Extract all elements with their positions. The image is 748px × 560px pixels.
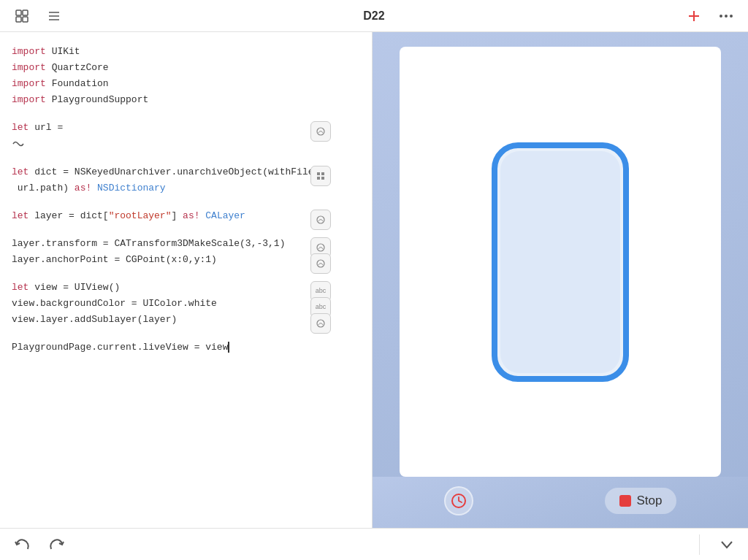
bgcolor-line: view.backgroundColor = UIColor.white abc bbox=[12, 296, 331, 312]
phone-illustration bbox=[487, 138, 633, 386]
transform-line: layer.transform = CATransform3DMakeScale… bbox=[12, 236, 331, 252]
svg-rect-2 bbox=[16, 17, 21, 22]
result-badge-url[interactable] bbox=[310, 121, 331, 142]
bottom-toolbar bbox=[0, 528, 748, 560]
svg-rect-23 bbox=[500, 151, 620, 373]
timer-icon bbox=[451, 493, 467, 509]
liveview-line: PlaygroundPage.current.liveView = view bbox=[12, 340, 360, 356]
result-badge-anchor[interactable] bbox=[310, 253, 331, 274]
import-foundation: import Foundation bbox=[12, 76, 360, 92]
phone-preview-area bbox=[400, 47, 721, 477]
more-icon bbox=[719, 13, 733, 19]
undo-redo-group bbox=[12, 537, 67, 553]
dict-line-2: url.path) as! NSDictionary bbox=[12, 180, 331, 196]
svg-point-10 bbox=[725, 15, 728, 18]
preview-bottom-bar: Stop bbox=[373, 477, 748, 528]
url-section: let url = bbox=[12, 120, 360, 152]
view-section: let view = UIView() abc view.backgroundC… bbox=[12, 280, 360, 328]
add-button[interactable] bbox=[684, 7, 704, 25]
code-editor[interactable]: import UIKit import QuartzCore import Fo… bbox=[0, 32, 373, 528]
svg-rect-3 bbox=[23, 17, 28, 22]
svg-rect-0 bbox=[16, 10, 21, 15]
layer-line: let layer = dict["rootLayer"] as! CALaye… bbox=[12, 208, 331, 224]
chevron-down-icon bbox=[720, 540, 733, 549]
svg-rect-13 bbox=[317, 172, 320, 175]
list-icon bbox=[47, 9, 61, 23]
view-line: let view = UIView() abc bbox=[12, 280, 331, 296]
toolbar: D22 bbox=[0, 0, 748, 32]
toolbar-divider bbox=[699, 534, 700, 555]
svg-point-9 bbox=[720, 15, 722, 18]
undo-button[interactable] bbox=[12, 537, 34, 553]
toolbar-left bbox=[12, 7, 64, 25]
timer-button[interactable] bbox=[444, 486, 473, 515]
preview-pane: Stop bbox=[373, 32, 748, 528]
svg-rect-1 bbox=[23, 10, 28, 15]
url-line: let url = bbox=[12, 120, 331, 152]
more-button[interactable] bbox=[716, 12, 736, 20]
svg-point-11 bbox=[730, 15, 733, 18]
main-area: import UIKit import QuartzCore import Fo… bbox=[0, 32, 748, 528]
grid-icon bbox=[15, 9, 29, 23]
stop-label: Stop bbox=[637, 494, 663, 508]
import-quartzcore: import QuartzCore bbox=[12, 60, 360, 76]
import-playground: import PlaygroundSupport bbox=[12, 92, 360, 108]
redo-button[interactable] bbox=[45, 537, 67, 553]
list-view-button[interactable] bbox=[44, 7, 64, 25]
undo-icon bbox=[15, 538, 31, 551]
page-title: D22 bbox=[363, 9, 384, 23]
grid-view-button[interactable] bbox=[12, 7, 32, 25]
sublayer-line: view.layer.addSublayer(layer) bbox=[12, 312, 331, 328]
code-content: import UIKit import QuartzCore import Fo… bbox=[0, 44, 372, 356]
result-badge-sublayer[interactable] bbox=[310, 313, 331, 334]
chevron-down-button[interactable] bbox=[717, 539, 736, 551]
result-badge-layer[interactable] bbox=[310, 210, 331, 230]
stop-button[interactable]: Stop bbox=[605, 488, 677, 514]
dict-section: let dict = NSKeyedUnarchiver.unarchiveOb… bbox=[12, 164, 360, 196]
svg-rect-15 bbox=[317, 177, 320, 180]
import-uikit: import UIKit bbox=[12, 44, 360, 60]
stop-icon bbox=[619, 495, 631, 507]
svg-rect-14 bbox=[321, 172, 324, 175]
transform-section: layer.transform = CATransform3DMakeScale… bbox=[12, 236, 360, 268]
svg-rect-16 bbox=[321, 177, 324, 180]
redo-icon bbox=[48, 538, 64, 551]
liveview-section: PlaygroundPage.current.liveView = view bbox=[12, 340, 360, 356]
toolbar-right bbox=[684, 7, 736, 25]
imports-section: import UIKit import QuartzCore import Fo… bbox=[12, 44, 360, 108]
plus-icon bbox=[687, 9, 701, 23]
dict-line-1: let dict = NSKeyedUnarchiver.unarchiveOb… bbox=[12, 164, 331, 180]
layer-section: let layer = dict["rootLayer"] as! CALaye… bbox=[12, 208, 360, 224]
anchor-line: layer.anchorPoint = CGPoint(x:0,y:1) bbox=[12, 252, 331, 268]
